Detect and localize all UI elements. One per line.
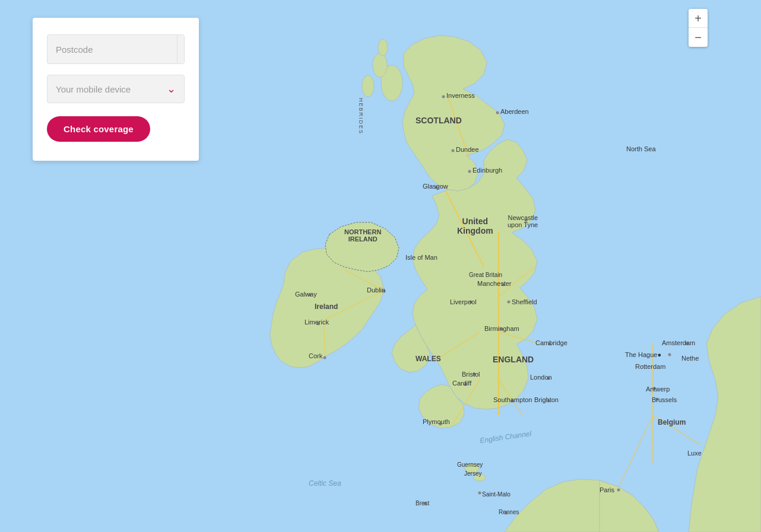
svg-point-3 [378,39,388,56]
map-dot-southampton [511,400,514,403]
map-dot-aberdeen [496,112,499,114]
svg-point-19 [465,464,479,473]
map-dot-brest [424,502,427,505]
map-dot-edinburgh [468,170,471,173]
map-dot-rennes [505,512,508,515]
map-dot-newcastle [525,219,528,222]
map-dot-paris [617,489,620,492]
postcode-input[interactable] [47,36,177,63]
map-dot-cambridge [548,343,551,346]
map-dot-limerick [317,323,320,326]
map-dot-amsterdam [686,342,689,345]
map-dot-brighton [547,400,550,403]
location-button[interactable] [177,35,185,63]
zoom-controls: + − [689,9,708,47]
map-dot-cardiff [464,383,467,386]
device-select-label: Your mobile device [56,84,167,94]
device-select[interactable]: Your mobile device ⌄ [47,75,185,103]
map-dot-glasgow [435,186,438,189]
map-dot-cork [324,356,326,359]
svg-point-2 [373,53,387,77]
map-dot-sheffield [508,301,510,304]
map-dot-antwerp [653,387,656,390]
map-dot-london [547,377,550,380]
map-dot-plymouth [439,423,442,426]
map-dot-manchester [502,283,505,286]
map-dot-saint-malo [478,492,481,495]
map-dot-dundee [452,149,455,152]
svg-point-4 [362,75,374,97]
map-dot-birmingham [500,328,503,331]
page-container: SCOTLAND UnitedKingdom ENGLAND WALES Ire… [0,0,761,532]
map-dot-dublin [383,290,386,293]
zoom-in-button[interactable]: + [689,9,708,28]
map-dot-the-hague [668,353,671,356]
svg-point-20 [474,474,486,481]
map-dot-brussels [656,398,659,401]
map-dot-inverness [442,95,445,98]
coverage-panel: Your mobile device ⌄ Check coverage [33,18,199,161]
map-dot-liverpool [470,301,473,304]
zoom-out-button[interactable]: − [689,28,708,47]
map-dot-bristol [473,373,476,376]
postcode-row [47,34,185,64]
check-coverage-button[interactable]: Check coverage [47,116,150,142]
chevron-down-icon: ⌄ [167,82,176,95]
map-dot-galway [309,294,312,297]
